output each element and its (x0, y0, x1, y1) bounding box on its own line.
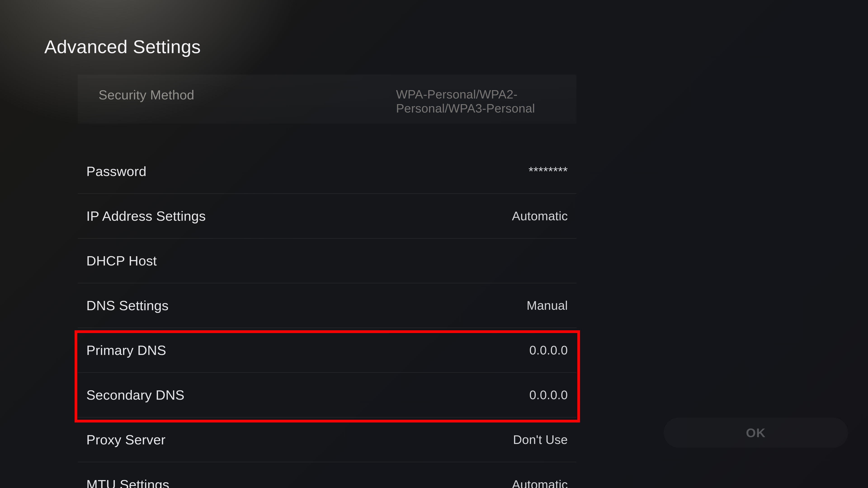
row-ip-address-settings[interactable]: IP Address Settings Automatic (78, 194, 577, 238)
row-password[interactable]: Password ******** (78, 149, 577, 194)
page-title: Advanced Settings (44, 36, 201, 57)
row-primary-dns[interactable]: Primary DNS 0.0.0.0 (78, 328, 577, 373)
value-mtu-settings: Automatic (512, 477, 568, 488)
row-dhcp-host[interactable]: DHCP Host (78, 238, 577, 283)
value-primary-dns: 0.0.0.0 (529, 343, 568, 357)
label-password: Password (86, 164, 147, 179)
value-secondary-dns: 0.0.0.0 (529, 388, 568, 402)
row-dns-settings[interactable]: DNS Settings Manual (78, 283, 577, 328)
label-dhcp-host: DHCP Host (86, 253, 157, 269)
value-ip-address-settings: Automatic (512, 209, 568, 223)
ok-button[interactable]: OK (664, 418, 848, 448)
row-mtu-settings[interactable]: MTU Settings Automatic (78, 462, 577, 488)
row-security-method[interactable]: Security Method WPA-Personal/WPA2-Person… (78, 74, 577, 124)
label-proxy-server: Proxy Server (86, 432, 165, 448)
row-proxy-server[interactable]: Proxy Server Don't Use (78, 418, 577, 462)
label-secondary-dns: Secondary DNS (86, 387, 184, 403)
value-security-method: WPA-Personal/WPA2-Personal/WPA3-Personal (396, 87, 577, 115)
row-secondary-dns[interactable]: Secondary DNS 0.0.0.0 (78, 373, 577, 418)
advanced-settings-panel: Security Method WPA-Personal/WPA2-Person… (78, 74, 577, 488)
ok-button-label: OK (746, 425, 766, 440)
label-security-method: Security Method (86, 87, 194, 102)
label-mtu-settings: MTU Settings (86, 477, 169, 488)
value-password: ******** (528, 164, 568, 178)
label-ip-address-settings: IP Address Settings (86, 208, 206, 224)
label-dns-settings: DNS Settings (86, 298, 168, 313)
value-proxy-server: Don't Use (513, 432, 568, 447)
value-dns-settings: Manual (527, 298, 568, 313)
label-primary-dns: Primary DNS (86, 343, 166, 358)
